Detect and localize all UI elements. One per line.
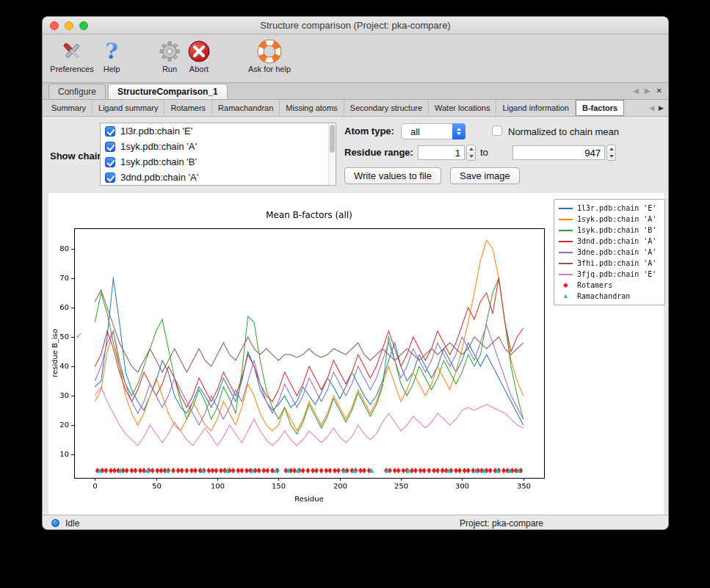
- subtab-summary[interactable]: Summary: [46, 100, 93, 116]
- residue-from-input[interactable]: [418, 145, 465, 160]
- legend-label: Rotamers: [577, 281, 612, 289]
- chain-label: 1syk.pdb:chain 'B': [120, 156, 197, 167]
- app-window: Structure comparison (Project: pka-compa…: [42, 16, 669, 530]
- save-image-button[interactable]: Save image: [450, 167, 520, 184]
- legend-diamond-icon: ◆: [559, 282, 573, 288]
- tab-scroll-right-icon[interactable]: ▶: [645, 87, 651, 95]
- minimize-window-button[interactable]: [65, 21, 73, 30]
- normalized-checkbox[interactable]: [492, 126, 502, 136]
- controls-panel: Show chains: 1l3r.pdb:chain 'E' 1syk.pdb…: [43, 117, 668, 193]
- chain-list-item[interactable]: 1syk.pdb:chain 'B': [101, 154, 336, 170]
- chain-list[interactable]: 1l3r.pdb:chain 'E' 1syk.pdb:chain 'A' 1s…: [100, 123, 336, 186]
- toolbar: Preferences ? Help: [43, 35, 668, 83]
- chain-checkbox-checked[interactable]: [105, 126, 115, 137]
- help-icon: ?: [99, 39, 124, 64]
- subtab-secondary-structure[interactable]: Secondary structure: [344, 100, 429, 116]
- to-label: to: [480, 147, 488, 158]
- sub-tab-bar: Summary Ligand summary Rotamers Ramachan…: [43, 100, 668, 117]
- toolbar-label: Ask for help: [248, 65, 291, 73]
- subtab-water-locations[interactable]: Water locations: [429, 100, 496, 116]
- subtab-ligand-information[interactable]: Ligand information: [496, 100, 576, 116]
- legend-line-swatch: [559, 230, 573, 231]
- legend-line-swatch: [559, 263, 573, 264]
- atom-type-value: all: [410, 126, 420, 137]
- tab-structurecomparison-1[interactable]: StructureComparison_1: [108, 84, 228, 99]
- legend-label: 1syk.pdb:chain 'A': [577, 215, 656, 223]
- ask-for-help-button[interactable]: Ask for help: [242, 39, 297, 73]
- residue-to-input[interactable]: [512, 145, 605, 160]
- legend-line-swatch: [559, 252, 573, 253]
- chain-list-item[interactable]: 1l3r.pdb:chain 'E': [101, 123, 336, 139]
- chain-label: 1l3r.pdb:chain 'E': [120, 126, 192, 137]
- status-text: Idle: [65, 518, 79, 529]
- subtab-ramachandran[interactable]: Ramachandran: [212, 100, 280, 116]
- subtab-ligand-summary[interactable]: Ligand summary: [93, 100, 164, 116]
- legend-line-swatch: [559, 208, 573, 209]
- tab-scroll-left-icon[interactable]: ◀: [633, 87, 639, 95]
- chain-checkbox-checked[interactable]: [105, 157, 115, 167]
- atom-type-dropdown[interactable]: all: [401, 123, 466, 139]
- subtab-scroll-left-icon[interactable]: ◀: [649, 104, 654, 112]
- subtab-b-factors[interactable]: B-factors: [576, 100, 624, 116]
- toolbar-label: Run: [162, 65, 177, 73]
- toolbar-label: Preferences: [50, 65, 93, 73]
- main-tab-bar: Configure StructureComparison_1 ◀ ▶ ✕: [43, 83, 668, 100]
- zoom-window-button[interactable]: [79, 21, 88, 30]
- chain-list-item[interactable]: 3dnd.pdb:chain 'A': [101, 170, 336, 185]
- tools-icon: [59, 39, 84, 64]
- life-ring-icon: [257, 39, 282, 64]
- atom-type-label: Atom type:: [344, 126, 394, 137]
- status-bar: Idle Project: pka-compare: [43, 515, 668, 530]
- chain-label: 3dnd.pdb:chain 'A': [120, 172, 198, 183]
- write-values-button[interactable]: Write values to file: [344, 167, 441, 184]
- legend-label: 1syk.pdb:chain 'B': [577, 226, 656, 234]
- legend-label: 3fhi.pdb:chain 'A': [577, 259, 656, 267]
- chain-checkbox-checked[interactable]: [105, 173, 115, 183]
- chain-label: 1syk.pdb:chain 'A': [120, 141, 197, 152]
- chart-legend: 1l3r.pdb:chain 'E' 1syk.pdb:chain 'A' 1s…: [554, 199, 665, 305]
- tab-close-icon[interactable]: ✕: [656, 87, 662, 95]
- legend-line-swatch: [559, 219, 573, 220]
- subtab-rotamers[interactable]: Rotamers: [164, 100, 212, 116]
- legend-label: Ramachandran: [577, 292, 630, 300]
- legend-label: 3dnd.pdb:chain 'A': [577, 237, 656, 245]
- chain-list-item[interactable]: 1syk.pdb:chain 'A': [101, 139, 336, 154]
- help-button[interactable]: ? Help: [98, 39, 125, 73]
- legend-triangle-icon: ▲: [559, 293, 573, 300]
- legend-label: 3dne.pdb:chain 'A': [577, 248, 656, 256]
- residue-range-label: Residue range:: [344, 147, 413, 158]
- tab-configure[interactable]: Configure: [48, 84, 106, 99]
- abort-icon: [186, 39, 211, 64]
- toolbar-label: Help: [104, 65, 120, 73]
- plot-panel: 1l3r.pdb:chain 'E' 1syk.pdb:chain 'A' 1s…: [48, 193, 664, 515]
- traffic-lights: [50, 17, 88, 34]
- normalized-label: Normalized to chain mean: [508, 126, 619, 137]
- status-indicator-icon: [51, 519, 59, 527]
- residue-from-stepper[interactable]: [466, 145, 476, 161]
- legend-label: 3fjq.pdb:chain 'E': [577, 270, 656, 278]
- chain-list-scrollbar[interactable]: [328, 123, 336, 185]
- subtab-scroll-right-icon[interactable]: ▶: [659, 104, 664, 112]
- preferences-button[interactable]: Preferences: [48, 39, 95, 73]
- titlebar[interactable]: Structure comparison (Project: pka-compa…: [43, 17, 668, 35]
- run-button[interactable]: Run: [156, 39, 183, 73]
- legend-line-swatch: [559, 241, 573, 242]
- residue-to-stepper[interactable]: [606, 145, 616, 161]
- subtab-missing-atoms[interactable]: Missing atoms: [280, 100, 344, 116]
- close-window-button[interactable]: [50, 21, 59, 30]
- legend-line-swatch: [559, 274, 573, 275]
- gear-icon: [157, 39, 182, 64]
- abort-button[interactable]: Abort: [184, 39, 214, 73]
- scrollbar-thumb[interactable]: [330, 125, 335, 153]
- svg-text:?: ?: [105, 39, 118, 64]
- status-project: Project: pka-compare: [460, 518, 543, 529]
- dropdown-arrows-icon: [452, 123, 466, 139]
- legend-label: 1l3r.pdb:chain 'E': [577, 204, 656, 212]
- window-title: Structure comparison (Project: pka-compa…: [43, 20, 668, 31]
- chain-checkbox-checked[interactable]: [105, 142, 115, 152]
- toolbar-label: Abort: [189, 65, 209, 73]
